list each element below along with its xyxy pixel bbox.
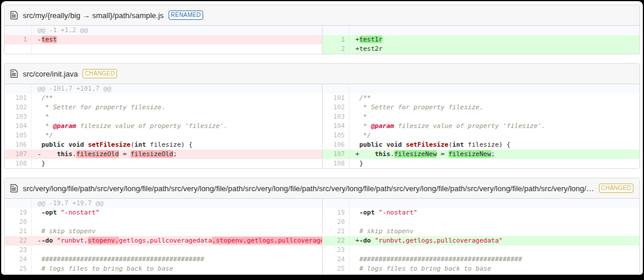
diff-code-row: 107- this.filesizeOld = filesizeOld; <box>5 150 322 159</box>
code-line: * Setter for property filesize. <box>32 103 322 112</box>
code-segment: ########################################… <box>359 255 522 263</box>
hunk-header <box>350 84 639 94</box>
code-segment: * Setter for property filesize. <box>42 103 166 111</box>
hunk-header-row <box>323 26 639 35</box>
diff-code-row: 106 public void setFilesize(int filesize… <box>323 140 639 150</box>
line-number[interactable]: 107 <box>323 150 350 159</box>
line-number[interactable]: 108 <box>323 159 350 168</box>
code-segment <box>37 94 42 102</box>
diff-code-row: 2+test2r <box>323 44 639 54</box>
diff-code-row: 22--do "runbvt,stopenv,getlogs,pullcover… <box>5 236 322 246</box>
line-number[interactable]: 25 <box>323 264 350 274</box>
line-number[interactable]: 23 <box>323 246 350 255</box>
code-segment <box>37 255 42 263</box>
line-number[interactable]: 106 <box>5 140 32 150</box>
hunk-header-row: @@ -19,7 +19,7 @@ <box>5 199 322 208</box>
diff-code-row: 23 <box>5 246 322 255</box>
code-segment <box>64 141 68 148</box>
code-segment <box>355 122 359 130</box>
code-segment: /** <box>42 94 53 102</box>
line-number <box>5 84 32 94</box>
code-segment: + <box>355 45 359 53</box>
code-segment: = <box>119 150 131 158</box>
file-icon <box>11 69 18 78</box>
line-number[interactable]: 19 <box>323 208 350 217</box>
line-number[interactable]: 1 <box>5 35 32 44</box>
code-segment: ( <box>448 141 453 148</box>
line-number[interactable]: 20 <box>5 217 32 227</box>
screenshot-frame: src/my/{really/big → small}/path/sample.… <box>0 0 644 280</box>
line-number[interactable]: 20 <box>323 217 350 227</box>
line-number[interactable]: 22 <box>5 236 32 246</box>
code-segment: int <box>135 141 146 148</box>
diff-code-row: 101 /** <box>5 94 322 103</box>
code-line: -opt "-nostart" <box>350 208 639 217</box>
code-line: * <box>32 112 322 122</box>
code-segment <box>355 103 359 111</box>
diff-right-side: 101 /**102 * Setter for property filesiz… <box>322 84 639 168</box>
line-number[interactable]: 107 <box>5 150 32 159</box>
code-line: + this.filesizeNew = filesizeNew; <box>350 150 639 159</box>
line-number[interactable]: 102 <box>323 103 350 112</box>
code-segment: "runbvt, <box>57 237 88 244</box>
code-segment <box>355 246 359 254</box>
code-line: * @param filesize value of property 'fil… <box>350 122 639 131</box>
code-segment <box>355 113 359 120</box>
file-name: src/my/{really/big → small}/path/sample.… <box>23 11 164 20</box>
line-number[interactable]: 24 <box>323 255 350 264</box>
diff-code-row: 108 } <box>5 159 322 168</box>
line-number[interactable]: 22 <box>323 236 350 246</box>
code-segment: this <box>57 150 73 158</box>
diff-code-row: 107+ this.filesizeNew = filesizeNew; <box>323 150 639 159</box>
code-segment: filesize) { <box>464 141 510 148</box>
line-number[interactable]: 104 <box>323 122 350 131</box>
line-number[interactable]: 25 <box>5 264 32 274</box>
diff-code-row: 102 * Setter for property filesize. <box>323 103 639 112</box>
line-number[interactable]: 2 <box>323 44 350 54</box>
code-segment: + <box>355 150 359 158</box>
side-by-side-diff: @@ -101,7 +101,7 @@101 /**102 * Setter f… <box>5 84 639 168</box>
line-number[interactable]: 104 <box>5 122 32 131</box>
line-number[interactable]: 1 <box>323 35 350 44</box>
line-number <box>323 26 350 35</box>
code-line: -test <box>32 35 322 44</box>
line-number[interactable]: 101 <box>5 94 32 103</box>
line-number[interactable]: 106 <box>323 140 350 150</box>
code-line: public void setFilesize(int filesize) { <box>350 140 639 150</box>
line-number[interactable]: 103 <box>5 112 32 122</box>
code-segment <box>355 255 359 263</box>
line-number[interactable]: 19 <box>5 208 32 217</box>
code-segment: } <box>359 160 364 167</box>
code-segment: ; <box>491 150 495 158</box>
code-line: * @param filesize value of property 'fil… <box>32 122 322 131</box>
diff-code-row: 24 #####################################… <box>323 255 639 264</box>
code-segment: # logs files to bring back to base <box>42 265 173 272</box>
line-number[interactable]: 105 <box>323 131 350 140</box>
diff-code-row: 24 #####################################… <box>5 255 322 264</box>
code-segment: # logs files to bring back to base <box>359 265 491 272</box>
code-segment <box>359 150 375 158</box>
file-header: src/my/{really/big → small}/path/sample.… <box>5 5 639 26</box>
diff-code-row: 103 * <box>5 112 322 122</box>
line-number[interactable]: 21 <box>5 227 32 236</box>
line-number[interactable]: 103 <box>323 112 350 122</box>
line-number[interactable]: 21 <box>323 227 350 236</box>
line-number[interactable]: 105 <box>5 131 32 140</box>
code-segment <box>37 132 42 139</box>
file-header: src/core/init.javaCHANGED <box>5 64 639 84</box>
line-number[interactable]: 23 <box>5 246 32 255</box>
code-line: ########################################… <box>350 255 639 264</box>
line-number[interactable]: 24 <box>5 255 32 264</box>
line-number[interactable]: 101 <box>323 94 350 103</box>
line-number[interactable]: 108 <box>5 159 32 168</box>
code-line: +-do "runbvt,getlogs,pullcoveragedata" <box>350 236 639 246</box>
code-segment <box>382 141 386 148</box>
line-number <box>5 199 32 208</box>
code-segment <box>355 265 359 272</box>
diff-code-row: 1+test1r <box>323 35 639 44</box>
line-number[interactable]: 102 <box>5 103 32 112</box>
code-line: * Setter for property filesize. <box>350 103 639 112</box>
code-segment: - <box>37 150 42 158</box>
diff-code-row: 21 # skip stopenv <box>323 227 639 236</box>
diff-code-row: 25 # logs files to bring back to base <box>323 264 639 274</box>
